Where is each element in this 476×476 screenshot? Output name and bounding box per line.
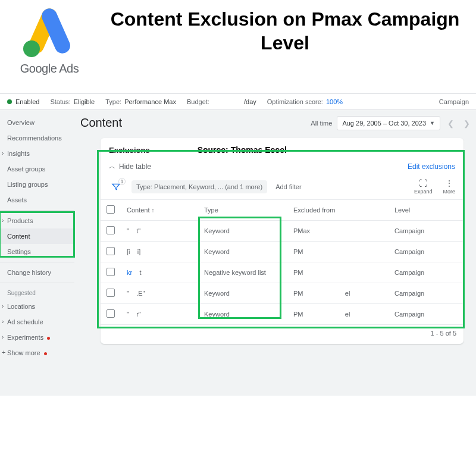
- cell-type: Negative keyword list: [198, 262, 287, 283]
- col-type[interactable]: Type: [198, 200, 287, 221]
- table-row: " .E" Keyword PM el Campaign: [101, 283, 464, 304]
- notification-dot-icon: [44, 352, 47, 355]
- sidebar-item-content[interactable]: Content: [0, 228, 74, 244]
- edit-exclusions-link[interactable]: Edit exclusions: [408, 162, 455, 171]
- row-checkbox[interactable]: [107, 226, 115, 234]
- table-row: kr t Negative keyword list PM Campaign: [101, 262, 464, 283]
- cell-content: kr t: [121, 262, 198, 283]
- cell-excluded: PMax: [287, 221, 389, 242]
- prev-arrow-icon[interactable]: ❮: [445, 117, 456, 130]
- row-checkbox[interactable]: [107, 247, 115, 255]
- select-all-checkbox[interactable]: [107, 205, 115, 214]
- date-range-button[interactable]: Aug 29, 2005 – Oct 30, 2023 ▼: [337, 116, 440, 130]
- cell-level: Campaign: [389, 221, 464, 242]
- svg-point-2: [23, 40, 40, 57]
- sidebar-item-show-more[interactable]: Show more: [0, 345, 74, 361]
- cell-content: " r": [121, 304, 198, 325]
- google-ads-text: Google Ads: [20, 62, 79, 76]
- table-row: " r" Keyword PM el Campaign: [101, 304, 464, 325]
- sidebar-suggested-label: Suggested: [0, 286, 74, 299]
- cell-level: Campaign: [389, 283, 464, 304]
- hide-table-toggle[interactable]: ︿ Hide table: [109, 162, 151, 171]
- hide-table-label: Hide table: [119, 162, 151, 171]
- status-enabled-label: Enabled: [15, 98, 39, 105]
- table-row: " t" Keyword PMax Campaign: [101, 221, 464, 242]
- cell-excluded: PM el: [287, 304, 389, 325]
- status-dot-icon: [7, 99, 12, 104]
- header-block: Google Ads Content Exclusion on Pmax Cam…: [0, 0, 476, 93]
- filter-row: 1 Type: Placement, Keyword, ... (and 1 m…: [101, 176, 464, 199]
- table-header-row: Content↑ Type Excluded from Level: [101, 200, 464, 221]
- all-time-label: All time: [311, 120, 332, 127]
- sidebar-item-asset-groups[interactable]: Asset groups: [0, 161, 74, 177]
- row-checkbox[interactable]: [107, 268, 115, 276]
- add-filter-button[interactable]: Add filter: [275, 183, 301, 190]
- sidebar-item-ad-schedule[interactable]: Ad schedule: [0, 314, 74, 330]
- sidebar-separator: [0, 262, 74, 262]
- chevron-up-icon: ︿: [109, 162, 115, 171]
- exclusions-table: Content↑ Type Excluded from Level " t" K…: [101, 199, 464, 324]
- sidebar: Overview Recommendations Insights Asset …: [0, 110, 74, 396]
- cell-level: Campaign: [389, 262, 464, 283]
- sidebar-separator: [0, 283, 74, 283]
- col-excluded[interactable]: Excluded from: [287, 200, 389, 221]
- cell-level: Campaign: [389, 242, 464, 262]
- cell-content: [i i]: [121, 242, 198, 262]
- sort-arrow-icon: ↑: [152, 207, 155, 214]
- row-checkbox[interactable]: [107, 289, 115, 297]
- expand-button[interactable]: ⛶ Expand: [414, 179, 433, 195]
- date-range-text: Aug 29, 2005 – Oct 30, 2023: [342, 120, 426, 127]
- filter-chip[interactable]: Type: Placement, Keyword, ... (and 1 mor…: [131, 180, 267, 193]
- page-title: Content Exclusion on Pmax Campaign Level: [100, 7, 470, 55]
- sidebar-item-locations[interactable]: Locations: [0, 299, 74, 314]
- cell-content: " .E": [121, 283, 198, 304]
- table-row: [i i] Keyword PM Campaign: [101, 242, 464, 262]
- sidebar-item-insights[interactable]: Insights: [0, 146, 74, 161]
- status-status: Status: Eligible: [50, 98, 95, 105]
- sidebar-item-recommendations[interactable]: Recommendations: [0, 130, 74, 146]
- cell-excluded: PM: [287, 262, 389, 283]
- status-budget: Budget: /day: [187, 98, 256, 105]
- expand-icon: ⛶: [419, 179, 427, 187]
- status-bar: Enabled Status: Eligible Type: Performan…: [0, 93, 476, 110]
- source-note: Source: Thomas Eccel: [198, 145, 287, 155]
- sidebar-item-assets[interactable]: Assets: [0, 192, 74, 208]
- cell-type: Keyword: [198, 304, 287, 325]
- col-level[interactable]: Level: [389, 200, 464, 221]
- content-column: Content All time Aug 29, 2005 – Oct 30, …: [74, 110, 476, 396]
- google-ads-logo-icon: [20, 6, 79, 60]
- sidebar-item-products[interactable]: Products: [0, 213, 74, 228]
- card-title: Exclusions: [109, 146, 150, 155]
- col-content[interactable]: Content↑: [121, 200, 198, 221]
- logo-column: Google Ads: [11, 6, 88, 76]
- sidebar-item-settings[interactable]: Settings: [0, 244, 74, 259]
- filter-count-badge: 1: [118, 178, 126, 185]
- cell-type: Keyword: [198, 242, 287, 262]
- cell-excluded: PM: [287, 242, 389, 262]
- sidebar-item-change-history[interactable]: Change history: [0, 265, 74, 280]
- sidebar-item-listing-groups[interactable]: Listing groups: [0, 177, 74, 192]
- row-content-link[interactable]: kr: [127, 269, 132, 276]
- status-type: Type: Performance Max: [105, 98, 176, 105]
- cell-type: Keyword: [198, 283, 287, 304]
- more-button[interactable]: ⋮ More: [443, 179, 455, 195]
- sidebar-separator: [0, 210, 74, 211]
- row-checkbox[interactable]: [107, 309, 115, 318]
- exclusions-card: Exclusions Source: Thomas Eccel ︿ Hide t…: [101, 138, 464, 344]
- cell-content: " t": [121, 221, 198, 242]
- more-icon: ⋮: [445, 179, 453, 187]
- status-optimization: Optimization score: 100%: [267, 98, 343, 105]
- status-enabled[interactable]: Enabled: [7, 98, 39, 105]
- main-wrap: Overview Recommendations Insights Asset …: [0, 110, 476, 396]
- cell-type: Keyword: [198, 221, 287, 242]
- main-area: Overview Recommendations Insights Asset …: [0, 110, 476, 396]
- sidebar-item-experiments[interactable]: Experiments: [0, 330, 74, 345]
- caret-down-icon: ▼: [430, 120, 435, 126]
- status-right-label[interactable]: Campaign: [439, 98, 469, 105]
- sidebar-item-overview[interactable]: Overview: [0, 115, 74, 130]
- next-arrow-icon[interactable]: ❯: [461, 117, 472, 130]
- cell-level: Campaign: [389, 304, 464, 325]
- table-pager: 1 - 5 of 5: [101, 324, 464, 342]
- date-controls: All time Aug 29, 2005 – Oct 30, 2023 ▼ ❮…: [311, 116, 472, 130]
- filter-funnel-icon[interactable]: 1: [109, 180, 123, 194]
